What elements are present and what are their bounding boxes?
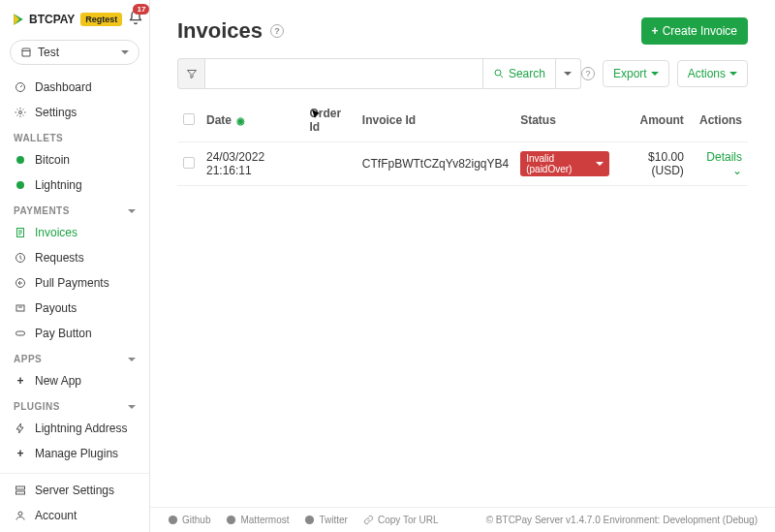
- footer-mattermost[interactable]: Mattermost: [226, 515, 289, 525]
- cell-amount: $10.00 (USD): [615, 142, 690, 186]
- nav-bitcoin[interactable]: Bitcoin: [0, 147, 149, 172]
- nav-label: Payouts: [35, 301, 77, 315]
- table-row: 24/03/2022 21:16:11 CTfFpBWTtCZqYv82igqY…: [177, 142, 748, 186]
- status-badge[interactable]: Invalid (paidOver): [520, 151, 609, 176]
- col-invoice-id[interactable]: Invoice Id: [356, 99, 514, 142]
- col-order-id[interactable]: Order Id: [303, 99, 356, 142]
- nav-label: Requests: [35, 251, 84, 265]
- search-icon: [493, 68, 505, 79]
- payouts-icon: [14, 302, 27, 314]
- nav-new-app[interactable]: + New App: [0, 368, 149, 393]
- plus-icon: +: [652, 24, 659, 38]
- svg-point-13: [169, 516, 177, 524]
- search-button[interactable]: Search: [483, 58, 556, 89]
- svg-rect-7: [16, 305, 24, 311]
- nav-manage-plugins[interactable]: + Manage Plugins: [0, 441, 149, 466]
- nav-lightning-address[interactable]: Lightning Address: [0, 416, 149, 441]
- server-icon: [14, 485, 27, 496]
- nav-label: Settings: [35, 106, 77, 119]
- svg-rect-10: [16, 491, 25, 494]
- actions-button[interactable]: Actions: [677, 60, 748, 87]
- cell-order-id: [303, 142, 356, 186]
- pay-button-icon: [14, 328, 27, 339]
- col-status[interactable]: Status: [514, 99, 615, 142]
- chevron-down-icon: [596, 162, 604, 166]
- row-checkbox[interactable]: [183, 157, 195, 169]
- invoice-icon: [14, 227, 27, 238]
- status-dot-icon: [14, 156, 27, 164]
- logo: BTCPAY: [12, 13, 75, 26]
- svg-marker-1: [14, 14, 19, 25]
- chevron-down-icon: [128, 405, 136, 409]
- lightning-icon: [14, 422, 27, 434]
- section-plugins[interactable]: PLUGINS: [0, 393, 149, 416]
- nav-dashboard[interactable]: Dashboard: [0, 75, 149, 100]
- gear-icon: [14, 107, 27, 118]
- section-wallets: WALLETS: [0, 125, 149, 147]
- sort-icon: ◉: [236, 115, 245, 126]
- notifications-button[interactable]: 17: [128, 10, 143, 28]
- chevron-down-icon: ⌄: [732, 164, 742, 177]
- page-title: Invoices ?: [177, 18, 284, 44]
- search-dropdown[interactable]: [556, 58, 581, 89]
- cell-date: 24/03/2022 21:16:11: [201, 142, 303, 186]
- notification-count: 17: [133, 4, 149, 15]
- twitter-icon: [304, 515, 315, 525]
- col-date[interactable]: Date ◉: [201, 99, 303, 142]
- plus-icon: +: [14, 447, 27, 460]
- footer-copy-tor[interactable]: Copy Tor URL: [363, 515, 439, 525]
- nav-pull-payments[interactable]: Pull Payments: [0, 270, 149, 296]
- chevron-down-icon: [121, 50, 129, 54]
- nav-lightning[interactable]: Lightning: [0, 172, 149, 198]
- nav-account[interactable]: Account: [0, 503, 149, 528]
- footer-copyright: © BTCPay Server v1.4.7.0 Environment: De…: [486, 515, 758, 525]
- store-name: Test: [38, 46, 59, 59]
- select-all-checkbox[interactable]: [183, 113, 195, 125]
- svg-rect-9: [16, 486, 25, 489]
- footer-github[interactable]: Github: [168, 515, 210, 525]
- chevron-down-icon: [128, 209, 136, 213]
- svg-point-12: [495, 70, 501, 76]
- nav-payouts[interactable]: Payouts: [0, 296, 149, 321]
- requests-icon: [14, 252, 27, 264]
- store-selector[interactable]: Test: [10, 40, 140, 65]
- create-invoice-button[interactable]: + Create Invoice: [641, 17, 748, 45]
- svg-rect-8: [16, 331, 25, 335]
- svg-point-3: [19, 111, 22, 114]
- store-icon: [20, 47, 32, 58]
- link-icon: [363, 515, 374, 525]
- export-button[interactable]: Export: [603, 60, 669, 87]
- account-icon: [14, 510, 27, 521]
- footer-twitter[interactable]: Twitter: [304, 515, 347, 525]
- nav-label: Manage Plugins: [35, 447, 118, 460]
- nav-server-settings[interactable]: Server Settings: [0, 478, 149, 503]
- nav-label: Pay Button: [35, 327, 92, 340]
- logo-icon: [12, 13, 25, 26]
- brand-name: BTCPAY: [29, 13, 75, 26]
- col-amount[interactable]: Amount: [615, 99, 690, 142]
- mattermost-icon: [226, 515, 236, 525]
- pull-payments-icon: [14, 277, 27, 289]
- nav-label: Invoices: [35, 226, 78, 239]
- cell-invoice-id[interactable]: CTfFpBWTtCZqYv82igqYB4: [356, 142, 514, 186]
- section-payments[interactable]: PAYMENTS: [0, 198, 149, 220]
- chevron-down-icon: [729, 72, 737, 76]
- nav-pay-button[interactable]: Pay Button: [0, 321, 149, 346]
- nav-settings[interactable]: Settings: [0, 100, 149, 125]
- help-icon[interactable]: ?: [581, 67, 595, 80]
- filter-icon: [186, 68, 198, 79]
- svg-point-15: [305, 516, 314, 524]
- help-icon[interactable]: ?: [270, 24, 284, 38]
- search-input[interactable]: [204, 58, 483, 89]
- details-link[interactable]: Details ⌄: [706, 150, 742, 177]
- filter-button[interactable]: [177, 58, 204, 89]
- nav-label: Pull Payments: [35, 276, 109, 290]
- nav-invoices[interactable]: Invoices: [0, 220, 149, 245]
- section-apps[interactable]: APPS: [0, 346, 149, 368]
- invoices-table: Date ◉ Order Id Invoice Id Status Amount…: [177, 99, 748, 186]
- chevron-down-icon: [651, 72, 659, 76]
- nav-requests[interactable]: Requests: [0, 245, 149, 270]
- nav-label: Server Settings: [35, 484, 114, 497]
- svg-point-11: [18, 512, 22, 516]
- chevron-down-icon: [564, 72, 572, 76]
